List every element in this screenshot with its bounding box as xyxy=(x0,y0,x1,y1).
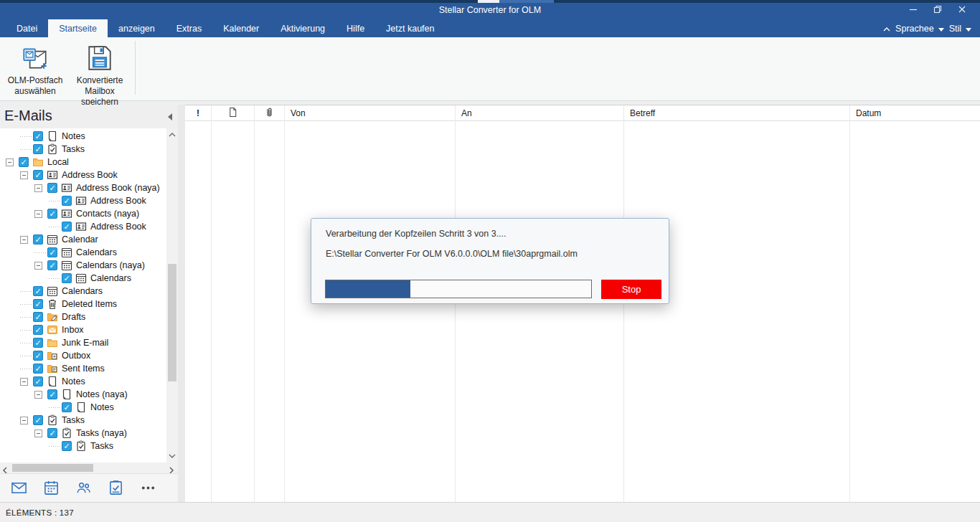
menu-item-aktivierung[interactable]: Aktivierung xyxy=(270,19,336,37)
minimize-button[interactable] xyxy=(901,3,925,17)
nav-contacts-icon[interactable] xyxy=(75,480,92,497)
collapse-expander-icon[interactable] xyxy=(20,236,28,244)
folder-checkbox[interactable] xyxy=(33,286,43,296)
tree-item-drafts[interactable]: Drafts xyxy=(0,310,166,323)
nav-tasks-icon[interactable] xyxy=(107,480,124,497)
column-header-subject[interactable]: Betreff xyxy=(624,105,849,121)
folder-checkbox[interactable] xyxy=(62,222,72,232)
folder-checkbox[interactable] xyxy=(33,144,43,154)
tree-item-notes[interactable]: Notes xyxy=(0,375,166,388)
menu-item-jetzt-kaufen[interactable]: Jetzt kaufen xyxy=(375,19,445,37)
folder-checkbox[interactable] xyxy=(33,364,43,374)
tree-scrollbar-thumb[interactable] xyxy=(168,264,176,381)
folder-checkbox[interactable] xyxy=(33,131,43,141)
contacts-icon xyxy=(60,208,72,219)
tree-item-address-book-naya-[interactable]: Address Book (naya) xyxy=(0,181,166,194)
tree-item-contacts-naya-[interactable]: Contacts (naya) xyxy=(0,207,166,220)
language-menu[interactable]: Sprachee xyxy=(895,24,944,34)
column-header-to[interactable]: An xyxy=(456,105,623,121)
column-header-from[interactable]: Von xyxy=(285,105,455,121)
stop-button[interactable]: Stop xyxy=(601,280,661,299)
folder-checkbox[interactable] xyxy=(33,338,43,348)
folder-checkbox[interactable] xyxy=(62,196,72,206)
tree-item-calendars[interactable]: Calendars xyxy=(0,272,166,285)
nav-calendar-icon[interactable] xyxy=(42,480,60,497)
panel-splitter[interactable] xyxy=(178,105,185,502)
tree-item-notes[interactable]: Notes xyxy=(0,401,166,414)
tree-item-calendars-naya-[interactable]: Calendars (naya) xyxy=(0,259,166,272)
folder-checkbox[interactable] xyxy=(47,428,57,438)
folder-checkbox[interactable] xyxy=(33,351,43,361)
folder-checkbox[interactable] xyxy=(47,183,57,193)
folder-checkbox[interactable] xyxy=(19,157,29,167)
collapse-expander-icon[interactable] xyxy=(20,378,28,386)
column-header-attachment[interactable] xyxy=(255,105,284,121)
save-converted-mailbox-button[interactable]: Konvertierte Mailbox speichern xyxy=(67,41,132,108)
nav-mail-icon[interactable] xyxy=(10,480,27,497)
collapse-expander-icon[interactable] xyxy=(34,430,42,437)
collapse-expander-icon[interactable] xyxy=(20,171,28,179)
tree-item-address-book[interactable]: Address Book xyxy=(0,220,166,233)
folder-checkbox[interactable] xyxy=(33,415,43,425)
collapse-expander-icon[interactable] xyxy=(6,158,14,166)
collapse-sidebar-icon[interactable] xyxy=(168,110,172,123)
folder-checkbox[interactable] xyxy=(47,389,57,399)
folder-checkbox[interactable] xyxy=(62,273,72,283)
folder-checkbox[interactable] xyxy=(62,441,72,451)
collapse-expander-icon[interactable] xyxy=(34,262,42,270)
column-header-item-type[interactable] xyxy=(212,105,254,121)
tree-item-outbox[interactable]: Outbox xyxy=(0,349,166,362)
folder-checkbox[interactable] xyxy=(33,376,43,386)
chevron-up-icon[interactable] xyxy=(883,24,890,34)
folder-checkbox[interactable] xyxy=(47,260,57,270)
folder-checkbox[interactable] xyxy=(47,209,57,219)
nav-more-icon[interactable] xyxy=(139,480,156,497)
menu-item-hilfe[interactable]: Hilfe xyxy=(336,19,375,37)
menu-item-kalender[interactable]: Kalender xyxy=(212,19,270,37)
restore-button[interactable] xyxy=(925,3,950,17)
tree-item-tasks[interactable]: Tasks xyxy=(0,440,166,452)
tree-horizontal-scrollbar[interactable] xyxy=(0,462,178,473)
collapse-expander-icon[interactable] xyxy=(34,391,42,399)
tree-item-tasks-naya-[interactable]: Tasks (naya) xyxy=(0,427,166,440)
tree-item-address-book[interactable]: Address Book xyxy=(0,169,166,181)
folder-checkbox[interactable] xyxy=(33,325,43,335)
tree-item-sent-items[interactable]: Sent Items xyxy=(0,362,166,375)
collapse-expander-icon[interactable] xyxy=(34,184,42,192)
menu-item-anzeigen[interactable]: anzeigen xyxy=(108,19,166,37)
collapse-expander-icon[interactable] xyxy=(20,417,28,424)
note-icon xyxy=(60,389,72,400)
folder-checkbox[interactable] xyxy=(33,312,43,322)
menu-item-startseite[interactable]: Startseite xyxy=(48,19,108,37)
tree-item-deleted-items[interactable]: Deleted Items xyxy=(0,298,166,310)
note-icon xyxy=(46,130,58,142)
menu-item-extras[interactable]: Extras xyxy=(166,19,212,37)
menu-item-datei[interactable]: Datei xyxy=(6,19,48,37)
tree-item-junk-e-mail[interactable]: Junk E-mail xyxy=(0,336,166,349)
collapse-expander-icon[interactable] xyxy=(34,210,42,218)
close-button[interactable] xyxy=(950,3,974,17)
tree-item-tasks[interactable]: Tasks xyxy=(0,143,166,156)
folder-checkbox[interactable] xyxy=(33,299,43,309)
tree-item-local[interactable]: Local xyxy=(0,156,166,169)
tree-item-calendars[interactable]: Calendars xyxy=(0,246,166,259)
tree-item-notes-naya-[interactable]: Notes (naya) xyxy=(0,388,166,401)
column-header-date[interactable]: Datum xyxy=(850,105,980,121)
folder-checkbox[interactable] xyxy=(33,234,43,245)
style-menu[interactable]: Stil xyxy=(949,24,971,34)
scroll-down-icon[interactable] xyxy=(166,451,178,461)
tree-item-calendars[interactable]: Calendars xyxy=(0,285,166,298)
folder-checkbox[interactable] xyxy=(33,170,43,180)
tree-item-address-book[interactable]: Address Book xyxy=(0,194,166,207)
scroll-up-icon[interactable] xyxy=(166,130,178,140)
folder-checkbox[interactable] xyxy=(62,402,72,412)
folder-checkbox[interactable] xyxy=(47,247,57,257)
tree-item-tasks[interactable]: Tasks xyxy=(0,414,166,427)
tree-item-inbox[interactable]: Inbox xyxy=(0,323,166,336)
tree-hscrollbar-thumb[interactable] xyxy=(12,464,93,472)
tree-item-calendar[interactable]: Calendar xyxy=(0,233,166,246)
select-olm-mailbox-button[interactable]: OLM-Postfach auswählen xyxy=(3,41,67,108)
tree-vertical-scrollbar[interactable] xyxy=(166,128,178,462)
column-header-importance[interactable]: ! xyxy=(185,105,211,121)
tree-item-notes[interactable]: Notes xyxy=(0,130,166,143)
